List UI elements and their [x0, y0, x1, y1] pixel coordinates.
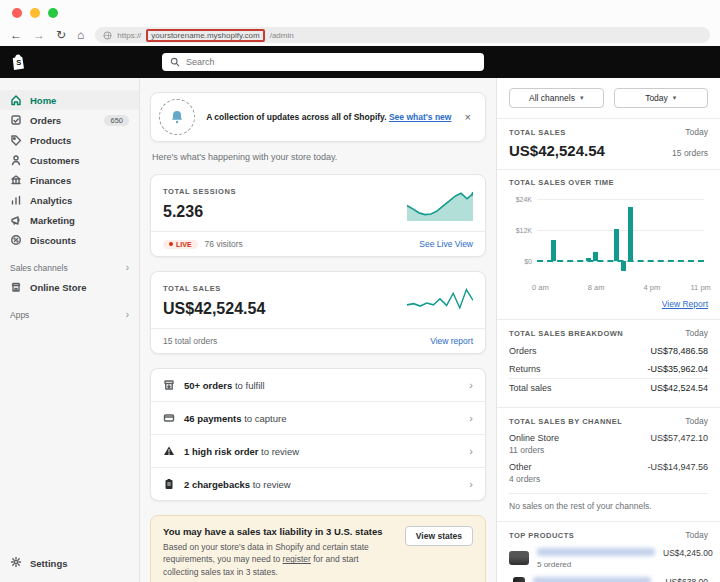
url-bar[interactable]: https:// yourstorename.myshopify.com /ad…	[95, 27, 710, 43]
payments-card-icon	[163, 412, 175, 424]
register-link[interactable]: register	[283, 554, 311, 564]
reload-icon[interactable]: ↻	[56, 29, 66, 41]
global-search[interactable]	[162, 53, 484, 71]
section-period: Today	[685, 127, 708, 137]
breakdown-row-returns: Returns-US$35,962.04	[509, 360, 708, 379]
back-icon[interactable]: ←	[10, 29, 22, 41]
live-badge: LIVE	[163, 240, 198, 249]
sidebar-item-label: Orders	[30, 115, 61, 126]
product-thumbnail	[509, 551, 529, 565]
section-title: TOTAL SALES	[509, 128, 566, 137]
all-channels-dropdown[interactable]: All channels▾	[509, 88, 604, 108]
sidebar-item-orders[interactable]: Orders 650	[0, 110, 139, 130]
chart-x-axis: 0 am8 am4 pm11 pm	[537, 283, 704, 295]
sales-tax-notice: You may have a sales tax liability in 3 …	[150, 515, 486, 582]
settings-gear-icon	[10, 556, 22, 570]
sidebar-item-label: Marketing	[30, 215, 75, 226]
banner-close-icon[interactable]: ×	[463, 111, 473, 123]
url-path: /admin	[270, 31, 294, 40]
section-title: TOTAL SALES OVER TIME	[509, 178, 614, 187]
sidebar-item-label: Online Store	[30, 282, 86, 293]
panel-total-sales-section: TOTAL SALES Today US$42,524.54 15 orders	[497, 118, 720, 159]
home-nav-icon	[10, 94, 22, 106]
no-sales-footnote: No sales on the rest of your channels.	[509, 493, 708, 511]
close-window-button[interactable]	[12, 8, 22, 18]
sidebar-item-label: Home	[30, 95, 56, 106]
sidebar-item-label: Finances	[30, 175, 71, 186]
product-row[interactable]: 365/W + 2 ordered US$638.00	[509, 577, 708, 582]
view-report-panel-link[interactable]: View Report	[662, 299, 708, 309]
products-tag-icon	[10, 134, 22, 146]
see-live-view-link[interactable]: See Live View	[419, 239, 473, 249]
task-high-risk-order[interactable]: 1 high risk order to review ›	[151, 435, 485, 468]
site-globe-icon	[103, 31, 112, 40]
see-whats-new-link[interactable]: See what's new	[389, 112, 452, 122]
main-content: A collection of updates across all of Sh…	[140, 78, 496, 582]
discounts-percent-icon	[10, 234, 22, 246]
forward-icon[interactable]: →	[33, 29, 45, 41]
total-orders-count: 15 total orders	[163, 336, 217, 346]
search-input[interactable]	[186, 57, 476, 67]
task-chargebacks-to-review[interactable]: 2 chargebacks to review ›	[151, 468, 485, 500]
section-title: TOP PRODUCTS	[509, 531, 574, 540]
sales-channels-section[interactable]: Sales channels ›	[0, 250, 139, 277]
chevron-down-icon: ▾	[580, 94, 584, 102]
home-icon[interactable]: ⌂	[77, 29, 84, 41]
panel-orders-count: 15 orders	[672, 148, 708, 158]
finances-bank-icon	[10, 174, 22, 186]
orders-count-badge: 650	[104, 115, 129, 126]
product-row[interactable]: 5 ordered US$4,245.00	[509, 548, 708, 569]
sales-channels-label: Sales channels	[10, 263, 68, 273]
product-thumbnail	[513, 577, 525, 582]
sidebar-item-online-store[interactable]: Online Store	[0, 277, 139, 297]
sidebar-item-finances[interactable]: Finances	[0, 170, 139, 190]
task-orders-to-fulfill[interactable]: 50+ orders to fulfill ›	[151, 369, 485, 402]
svg-text:S: S	[16, 58, 21, 67]
chargeback-clipboard-icon	[163, 478, 175, 490]
tax-notice-body: Based on your store's data in Shopify an…	[163, 541, 395, 578]
period-dropdown[interactable]: Today▾	[614, 88, 709, 108]
view-states-button[interactable]: View states	[405, 526, 473, 546]
banner-text: A collection of updates across all of Sh…	[205, 112, 453, 122]
orders-icon	[10, 114, 22, 126]
chevron-right-icon: ›	[469, 478, 473, 490]
customers-person-icon	[10, 154, 22, 166]
search-icon	[170, 57, 180, 67]
analytics-bars-icon	[10, 194, 22, 206]
warning-triangle-icon	[163, 445, 175, 457]
sidebar-item-analytics[interactable]: Analytics	[0, 190, 139, 210]
sales-over-time-chart: $24K$12K$0	[537, 199, 704, 277]
chevron-right-icon: ›	[469, 379, 473, 391]
sidebar-item-home[interactable]: Home	[0, 90, 139, 110]
analytics-panel: All channels▾ Today▾ TOTAL SALES Today U…	[496, 78, 720, 582]
sidebar-item-marketing[interactable]: Marketing	[0, 210, 139, 230]
greeting-text: Here's what's happening with your store …	[152, 152, 484, 162]
fulfill-archive-icon	[163, 379, 175, 391]
marketing-megaphone-icon	[10, 214, 22, 226]
minimize-window-button[interactable]	[30, 8, 40, 18]
sidebar-item-discounts[interactable]: Discounts	[0, 230, 139, 250]
shopify-logo-icon[interactable]: S	[10, 53, 27, 71]
apps-section[interactable]: Apps ›	[0, 297, 139, 324]
chevron-right-icon: ›	[126, 309, 129, 320]
zoom-window-button[interactable]	[48, 8, 58, 18]
browser-chrome: ← → ↻ ⌂ https:// yourstorename.myshopify…	[0, 0, 720, 46]
sidebar-item-label: Analytics	[30, 195, 72, 206]
breakdown-row-orders: OrdersUS$78,486.58	[509, 342, 708, 360]
sidebar: Home Orders 650 Products Customers Finan…	[0, 78, 140, 582]
total-sessions-card: TOTAL SESSIONS 5.236 LIVE 76 visitors Se…	[150, 174, 486, 257]
section-period: Today	[685, 416, 708, 426]
tasks-card: 50+ orders to fulfill › 46 payments to c…	[150, 368, 486, 501]
view-report-link[interactable]: View report	[430, 336, 473, 346]
task-payments-to-capture[interactable]: 46 payments to capture ›	[151, 402, 485, 435]
section-period: Today	[685, 530, 708, 540]
channel-row-other: Other-US$14,947.56 4 orders	[509, 462, 708, 484]
apps-label: Apps	[10, 310, 29, 320]
sidebar-item-products[interactable]: Products	[0, 130, 139, 150]
shopify-topbar: S	[0, 46, 720, 78]
sales-breakdown-section: TOTAL SALES BREAKDOWN Today OrdersUS$78,…	[497, 319, 720, 397]
sidebar-item-settings[interactable]: Settings	[0, 552, 139, 574]
sales-over-time-section: TOTAL SALES OVER TIME $24K$12K$0 0 am8 a…	[497, 169, 720, 309]
product-name-redacted	[533, 577, 651, 582]
sidebar-item-customers[interactable]: Customers	[0, 150, 139, 170]
